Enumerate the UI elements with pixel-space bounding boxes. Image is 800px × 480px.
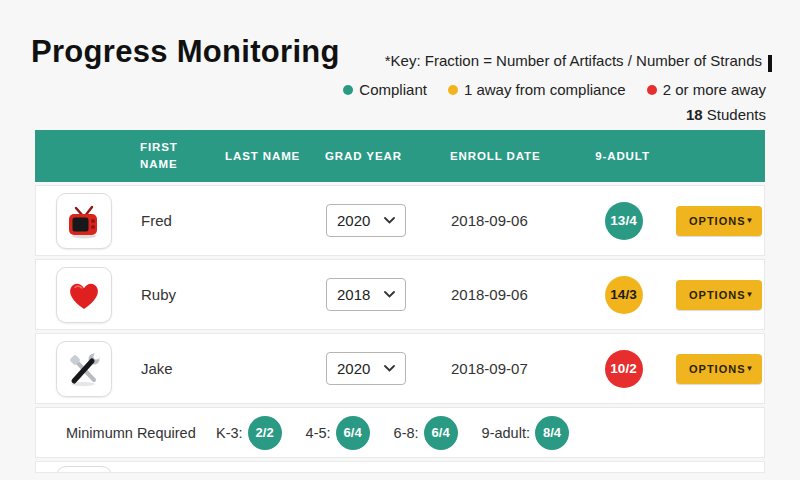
- tv-icon: [64, 201, 104, 241]
- minimum-required-9adult: 9-adult: 8/4: [482, 416, 569, 450]
- heart-icon: [64, 275, 104, 315]
- yellow-dot-icon: [448, 85, 458, 95]
- options-button-label: OPTIONS: [689, 363, 746, 375]
- enroll-date: 2018-09-06: [451, 212, 528, 229]
- text-cursor: [768, 55, 772, 72]
- avatar: [56, 267, 112, 323]
- avatar-cell: [36, 341, 141, 397]
- avatar: [56, 193, 112, 249]
- legend-item-compliant: Compliant: [343, 81, 427, 98]
- red-dot-icon: [647, 85, 657, 95]
- avatar-cell: [36, 267, 141, 323]
- minimum-badge: 8/4: [535, 416, 569, 450]
- enroll-date: 2018-09-06: [451, 286, 528, 303]
- grade-band-label: 9-adult:: [482, 425, 530, 441]
- header-first-name: FIRST NAME: [140, 139, 225, 174]
- grade-band-label: K-3:: [216, 425, 243, 441]
- options-button[interactable]: OPTIONS ▼: [676, 354, 762, 384]
- chevron-down-icon: [384, 217, 395, 224]
- options-button-label: OPTIONS: [689, 215, 746, 227]
- tools-icon: [64, 349, 104, 389]
- legend-label: 2 or more away: [663, 81, 766, 98]
- chevron-down-icon: [384, 365, 395, 372]
- grad-year-select[interactable]: 2020: [326, 352, 406, 385]
- chevron-down-icon: [384, 291, 395, 298]
- minimum-required-k3: K-3: 2/2: [216, 416, 282, 450]
- header-grad-year-label: GRAD YEAR: [325, 150, 402, 162]
- avatar-cell: [36, 193, 141, 249]
- first-name: Fred: [141, 212, 172, 229]
- header-enroll-date-label: ENROLL DATE: [450, 150, 541, 162]
- grad-year-value: 2020: [337, 212, 370, 229]
- compliance-badge: 10/2: [605, 350, 643, 388]
- minimum-required-row: Minimumn Required K-3: 2/2 4-5: 6/4 6-8:…: [35, 407, 765, 458]
- table-header-row: FIRST NAME LAST NAME GRAD YEAR ENROLL DA…: [35, 130, 765, 182]
- grad-year-select[interactable]: 2020: [326, 204, 406, 237]
- grade-band-label: 4-5:: [306, 425, 331, 441]
- enroll-date: 2018-09-07: [451, 360, 528, 377]
- header-first-name-label: FIRST NAME: [140, 139, 190, 174]
- avatar: [56, 466, 112, 473]
- options-button-label: OPTIONS: [689, 289, 746, 301]
- header-nine-adult-label: 9-ADULT: [595, 150, 650, 162]
- caret-down-icon: ▼: [746, 216, 755, 225]
- options-button[interactable]: OPTIONS ▼: [676, 280, 762, 310]
- first-name: Jake: [141, 360, 173, 377]
- minimum-required-45: 4-5: 6/4: [306, 416, 370, 450]
- progress-table: FIRST NAME LAST NAME GRAD YEAR ENROLL DA…: [35, 130, 765, 473]
- caret-down-icon: ▼: [746, 364, 755, 373]
- header-nine-adult: 9-ADULT: [580, 150, 665, 162]
- header-last-name-label: LAST NAME: [225, 150, 300, 162]
- minimum-required-68: 6-8: 6/4: [394, 416, 458, 450]
- avatar: [56, 341, 112, 397]
- table-row: Fred 2020 2018-09-06 13/4 OPTIONS ▼: [35, 185, 765, 256]
- caret-down-icon: ▼: [746, 290, 755, 299]
- minimum-required-label: Minimumn Required: [66, 425, 216, 441]
- students-count: 18 Students: [686, 106, 766, 123]
- grad-year-value: 2018: [337, 286, 370, 303]
- students-count-number: 18: [686, 106, 703, 123]
- grad-year-select[interactable]: 2018: [326, 278, 406, 311]
- compliance-badge: 14/3: [605, 276, 643, 314]
- page-title: Progress Monitoring: [31, 34, 340, 70]
- green-dot-icon: [343, 85, 353, 95]
- legend-label: Compliant: [359, 81, 427, 98]
- header-last-name: LAST NAME: [225, 150, 325, 162]
- options-button[interactable]: OPTIONS ▼: [676, 206, 762, 236]
- table-row: Ruby 2018 2018-09-06 14/3 OPTIONS ▼: [35, 259, 765, 330]
- table-row-partial: [35, 461, 765, 473]
- header-enroll-date: ENROLL DATE: [450, 150, 580, 162]
- minimum-badge: 6/4: [424, 416, 458, 450]
- compliance-legend: Compliant 1 away from compliance 2 or mo…: [343, 81, 766, 98]
- students-count-label: Students: [703, 106, 766, 123]
- key-note-text: *Key: Fraction = Number of Artifacts / N…: [385, 52, 762, 69]
- legend-item-two-away: 2 or more away: [647, 81, 766, 98]
- legend-item-one-away: 1 away from compliance: [448, 81, 626, 98]
- first-name: Ruby: [141, 286, 176, 303]
- grad-year-value: 2020: [337, 360, 370, 377]
- compliance-badge: 13/4: [605, 202, 643, 240]
- minimum-badge: 2/2: [248, 416, 282, 450]
- legend-label: 1 away from compliance: [464, 81, 626, 98]
- minimum-badge: 6/4: [336, 416, 370, 450]
- key-note: *Key: Fraction = Number of Artifacts / N…: [385, 52, 772, 69]
- table-row: Jake 2020 2018-09-07 10/2 OPTIONS ▼: [35, 333, 765, 404]
- grade-band-label: 6-8:: [394, 425, 419, 441]
- header-grad-year: GRAD YEAR: [325, 150, 450, 162]
